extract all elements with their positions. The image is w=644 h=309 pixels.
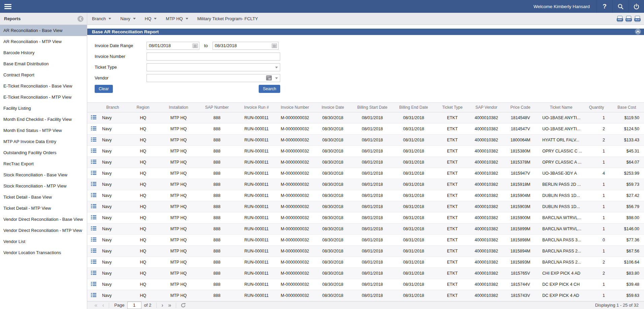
column-header-sap-number[interactable]: SAP Number (196, 102, 237, 112)
column-header-ticket-type[interactable]: Ticket Type (434, 102, 471, 112)
table-row[interactable]: NavyHQMTP HQ888RUN-000011M-000000003208/… (87, 134, 644, 145)
chevron-down-icon[interactable] (275, 67, 278, 68)
sidebar-item-stock-reconciliation-base-view[interactable]: Stock Reconciliation - Base View (0, 169, 87, 180)
row-detail-icon[interactable] (91, 160, 96, 164)
row-detail-icon[interactable] (91, 248, 96, 253)
sidebar-item-ticket-detail-base-view[interactable]: Ticket Detail - Base View (0, 192, 87, 203)
table-row[interactable]: NavyHQMTP HQ888RUN-000011M-000000003208/… (87, 223, 644, 234)
table-row[interactable]: NavyHQMTP HQ888RUN-000011M-000000003208/… (87, 123, 644, 134)
table-row[interactable]: NavyHQMTP HQ888RUN-000011M-000000003208/… (87, 256, 644, 268)
column-header-base-cost[interactable]: Base Cost (610, 102, 644, 112)
previous-page-button[interactable]: ‹ (100, 302, 106, 308)
row-detail-icon[interactable] (91, 226, 96, 231)
column-header-invoice-number[interactable]: Invoice Number (276, 102, 314, 112)
row-detail-icon[interactable] (91, 282, 96, 286)
table-row[interactable]: NavyHQMTP HQ888RUN-000011M-000000003208/… (87, 190, 644, 201)
page-number-input[interactable] (127, 302, 141, 309)
column-header-billing-end-date[interactable]: Billing End Date (393, 102, 434, 112)
breadcrumb-item-navy[interactable]: Navy (120, 16, 136, 21)
row-detail-icon[interactable] (91, 115, 96, 119)
sidebar-item-vendor-location-transactions[interactable]: Vendor Location Transactions (0, 247, 87, 258)
row-detail-icon[interactable] (91, 193, 96, 197)
last-page-button[interactable]: » (166, 302, 173, 308)
column-header-billing-start-date[interactable]: Billing Start Date (351, 102, 393, 112)
chevron-down-icon[interactable] (275, 77, 278, 79)
next-page-button[interactable]: › (159, 302, 166, 308)
export-csv-button[interactable]: CSV (625, 16, 632, 22)
column-header-branch[interactable]: Branch (100, 102, 125, 112)
row-detail-icon[interactable] (91, 204, 96, 208)
export-pdf-button[interactable]: PDF (617, 16, 623, 22)
invoice-number-input[interactable] (147, 53, 280, 61)
table-row[interactable]: NavyHQMTP HQ888RUN-000011M-000000003208/… (87, 279, 644, 290)
invoice-date-to-input[interactable] (213, 42, 279, 50)
column-header-invoice-date[interactable]: Invoice Date (314, 102, 351, 112)
collapse-sidebar-button[interactable] (77, 16, 84, 22)
column-header-ticket-name[interactable]: Ticket Name (539, 102, 583, 112)
row-detail-icon[interactable] (91, 215, 96, 219)
logout-button[interactable] (628, 0, 644, 13)
row-detail-icon[interactable] (91, 260, 96, 264)
ticket-type-select[interactable] (147, 63, 280, 71)
refresh-button[interactable] (179, 303, 188, 308)
row-detail-icon[interactable] (91, 171, 96, 175)
sidebar-item-vendor-direct-reconciliation-mtp-view[interactable]: Vendor Direct Reconciliation - MTP View (0, 225, 87, 236)
sidebar-item-base-email-distribution[interactable]: Base Email Distribution (0, 58, 87, 69)
table-row[interactable]: NavyHQMTP HQ888RUN-000011M-000000003208/… (87, 179, 644, 190)
column-header-quantity[interactable]: Quantity (583, 102, 610, 112)
column-header-price-code[interactable]: Price Code (502, 102, 539, 112)
table-row[interactable]: NavyHQMTP HQ888RUN-000011M-000000003208/… (87, 234, 644, 245)
sidebar-item-barcode-history[interactable]: Barcode History (0, 47, 87, 58)
table-row[interactable]: NavyHQMTP HQ888RUN-000011M-000000003208/… (87, 212, 644, 223)
search-button[interactable] (612, 0, 628, 13)
hamburger-menu-button[interactable] (0, 0, 15, 13)
sidebar-item-month-end-checklist-facility-view[interactable]: Month End Checklist - Facility View (0, 114, 87, 125)
table-row[interactable]: NavyHQMTP HQ888RUN-000011M-000000003208/… (87, 245, 644, 256)
column-header-installation[interactable]: Installation (161, 102, 196, 112)
sidebar-item-ar-reconciliation-mtp-view[interactable]: AR Reconciliation - MTP View (0, 36, 87, 47)
invoice-date-from-input[interactable] (147, 42, 199, 50)
table-row[interactable]: NavyHQMTP HQ888RUN-000011M-000000003208/… (87, 290, 644, 301)
sidebar-item-rectrac-export[interactable]: RecTrac Export (0, 158, 87, 169)
breadcrumb-item-mtp-hq[interactable]: MTP HQ (166, 16, 188, 21)
sidebar-item-ticket-detail-mtp-view[interactable]: Ticket Detail - MTP View (0, 203, 87, 214)
vendor-lookup-icon[interactable]: 9+ (266, 75, 272, 80)
collapse-panel-button[interactable] (635, 29, 641, 35)
column-header-region[interactable]: Region (125, 102, 161, 112)
column-header-sap-vendor[interactable]: SAP Vendor (471, 102, 502, 112)
row-detail-icon[interactable] (91, 182, 96, 186)
table-row[interactable]: NavyHQMTP HQ888RUN-000011M-000000003208/… (87, 268, 644, 279)
sidebar-item-e-ticket-reconciliation-mtp-view[interactable]: E-Ticket Reconciliation - MTP View (0, 92, 87, 103)
vendor-select[interactable] (147, 74, 280, 82)
clear-button[interactable]: Clear (95, 85, 113, 93)
column-header-invoice-run[interactable]: Invoice Run # (237, 102, 276, 112)
sidebar-item-ar-reconciliation-base-view[interactable]: AR Reconciliation - Base View (0, 25, 87, 36)
row-detail-icon[interactable] (91, 271, 96, 275)
row-detail-icon[interactable] (91, 293, 96, 297)
sidebar-item-facility-listing[interactable]: Facility Listing (0, 103, 87, 114)
row-detail-icon[interactable] (91, 126, 96, 131)
table-row[interactable]: NavyHQMTP HQ888RUN-000011M-000000003208/… (87, 201, 644, 212)
table-row[interactable]: NavyHQMTP HQ888RUN-000011M-000000003208/… (87, 157, 644, 168)
export-xls-button[interactable]: XLS (634, 16, 641, 22)
row-detail-icon[interactable] (91, 237, 96, 242)
sidebar-item-month-end-status-mtp-view[interactable]: Month End Status - MTP View (0, 125, 87, 136)
sidebar-item-vendor-list[interactable]: Vendor List (0, 236, 87, 247)
sidebar-item-outstanding-facility-orders[interactable]: Outstanding Facility Orders (0, 147, 87, 158)
sidebar-item-vendor-direct-reconciliation-base-view[interactable]: Vendor Direct Reconciliation - Base View (0, 214, 87, 225)
search-submit-button[interactable]: Search (259, 85, 280, 93)
calendar-icon[interactable] (272, 43, 277, 49)
breadcrumb-item-branch[interactable]: Branch (92, 16, 111, 21)
table-row[interactable]: NavyHQMTP HQ888RUN-000011M-000000003208/… (87, 168, 644, 179)
table-row[interactable]: NavyHQMTP HQ888RUN-000011M-000000003208/… (87, 112, 644, 123)
first-page-button[interactable]: « (92, 302, 100, 308)
sidebar-item-contract-report[interactable]: Contract Report (0, 69, 87, 80)
row-detail-icon[interactable] (91, 148, 96, 153)
sidebar-item-e-ticket-reconciliation-base-view[interactable]: E-Ticket Reconciliation - Base View (0, 80, 87, 92)
table-row[interactable]: NavyHQMTP HQ888RUN-000011M-000000003208/… (87, 145, 644, 157)
sidebar-item-mtp-ap-invoice-data-entry[interactable]: MTP AP Invoice Data Entry (0, 136, 87, 147)
sidebar-item-stock-reconciliation-mtp-view[interactable]: Stock Reconciliation - MTP View (0, 180, 87, 192)
help-button[interactable]: ? (597, 0, 612, 13)
row-detail-icon[interactable] (91, 137, 96, 142)
calendar-icon[interactable] (193, 43, 198, 49)
